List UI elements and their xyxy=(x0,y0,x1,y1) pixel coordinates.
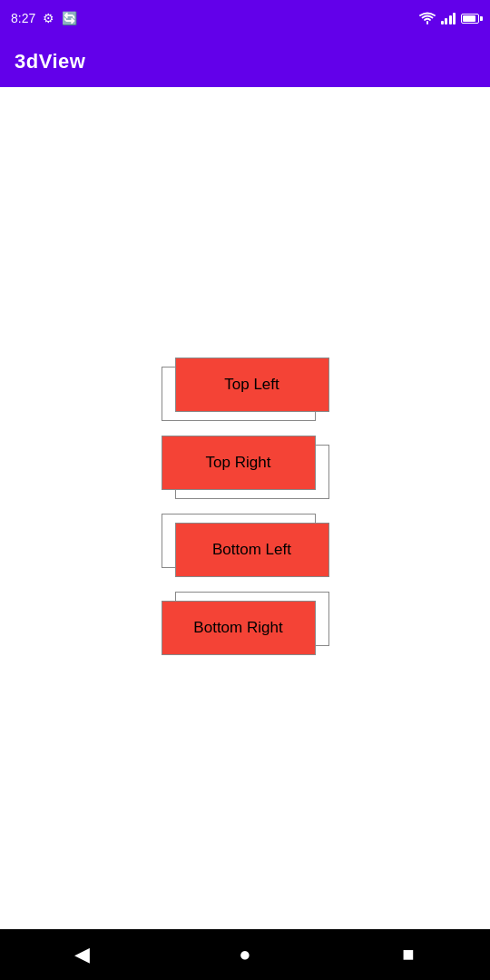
sync-icon: 🔄 xyxy=(62,11,77,25)
home-icon: ● xyxy=(239,943,250,966)
settings-icon: ⚙ xyxy=(43,11,54,25)
time-display: 8:27 xyxy=(11,11,35,25)
bottom-left-button[interactable]: Bottom Left xyxy=(162,514,329,581)
battery-icon xyxy=(461,14,479,24)
recent-icon: ■ xyxy=(402,943,414,966)
main-content: Top Left Top Right Bottom Left Bottom Ri… xyxy=(0,87,490,929)
app-title: 3dView xyxy=(15,50,85,74)
top-right-face: Top Right xyxy=(162,436,316,490)
top-left-face: Top Left xyxy=(175,358,329,412)
home-button[interactable]: ● xyxy=(227,936,263,973)
top-right-label: Top Right xyxy=(206,454,271,472)
top-left-button[interactable]: Top Left xyxy=(162,358,329,425)
bottom-left-label: Bottom Left xyxy=(212,541,291,559)
status-right xyxy=(419,12,480,24)
signal-icon xyxy=(441,12,456,24)
app-bar: 3dView xyxy=(0,36,490,87)
bottom-left-face: Bottom Left xyxy=(175,523,329,577)
recent-button[interactable]: ■ xyxy=(390,936,426,973)
back-button[interactable]: ◀ xyxy=(64,936,100,973)
back-icon: ◀ xyxy=(74,943,90,966)
status-bar: 8:27 ⚙ 🔄 xyxy=(0,0,490,36)
bottom-right-button[interactable]: Bottom Right xyxy=(162,592,329,659)
top-right-button[interactable]: Top Right xyxy=(162,436,329,503)
nav-bar: ◀ ● ■ xyxy=(0,929,490,980)
wifi-icon xyxy=(419,12,436,24)
bottom-right-face: Bottom Right xyxy=(162,601,316,655)
bottom-right-label: Bottom Right xyxy=(193,619,282,637)
top-left-label: Top Left xyxy=(224,376,279,394)
status-left: 8:27 ⚙ 🔄 xyxy=(11,11,77,25)
